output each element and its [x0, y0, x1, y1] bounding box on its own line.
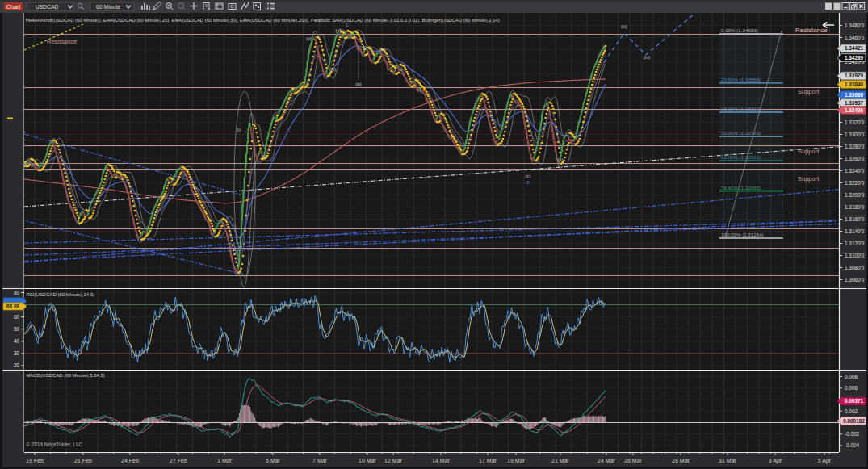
- svg-text:c: c: [230, 241, 233, 245]
- svg-text:1.3180'0: 1.3180'0: [845, 204, 865, 210]
- svg-text:(ii): (ii): [262, 154, 267, 159]
- svg-text:20: 20: [14, 362, 20, 368]
- svg-text:1.3140'0: 1.3140'0: [845, 228, 865, 234]
- svg-text:Y: Y: [234, 251, 237, 256]
- svg-text:28 Mar: 28 Mar: [672, 458, 690, 463]
- svg-text:1.33840: 1.33840: [845, 82, 864, 87]
- svg-text:1.3080'0: 1.3080'0: [845, 265, 865, 270]
- svg-text:(iii): (iii): [621, 24, 627, 29]
- svg-text:© 2019 NinjaTrader, LLC: © 2019 NinjaTrader, LLC: [27, 442, 83, 448]
- svg-text:Chart: Chart: [6, 3, 21, 10]
- svg-text:5 Apr: 5 Apr: [818, 458, 832, 464]
- svg-text:ii: ii: [235, 258, 237, 263]
- svg-text:21 Feb: 21 Feb: [74, 458, 92, 463]
- svg-text:(i): (i): [237, 128, 241, 132]
- svg-text:(a): (a): [355, 82, 361, 86]
- svg-text:(iv): (iv): [644, 55, 650, 60]
- svg-text:17 Mar: 17 Mar: [479, 458, 497, 463]
- svg-text:1.3240'0: 1.3240'0: [845, 168, 865, 174]
- svg-text:1.3460'0: 1.3460'0: [845, 35, 865, 40]
- svg-text:12 Mar: 12 Mar: [384, 458, 402, 463]
- svg-text:(iii): (iii): [306, 36, 312, 41]
- svg-text:0.00371: 0.00371: [845, 398, 864, 404]
- svg-text:0.008: 0.008: [845, 374, 858, 379]
- svg-text:1.3300'0: 1.3300'0: [845, 132, 865, 137]
- svg-text:1.33979: 1.33979: [845, 73, 864, 78]
- svg-text:7 Mar: 7 Mar: [312, 458, 328, 463]
- svg-text:27 Feb: 27 Feb: [170, 458, 187, 463]
- svg-text:1.3200'0: 1.3200'0: [845, 192, 865, 198]
- svg-text:Support: Support: [798, 175, 820, 182]
- svg-text:60: 60: [14, 314, 20, 320]
- svg-text:1.34421: 1.34421: [845, 45, 864, 51]
- svg-text:30: 30: [14, 350, 20, 356]
- svg-text:1.33537: 1.33537: [845, 100, 864, 106]
- svg-text:0.006: 0.006: [845, 385, 858, 391]
- svg-text:1.33436: 1.33436: [845, 107, 864, 113]
- svg-text:1.3100'0: 1.3100'0: [845, 253, 865, 258]
- svg-text:50: 50: [14, 326, 20, 332]
- svg-text:61.80% (1.32561): 61.80% (1.32561): [721, 154, 761, 160]
- svg-text:3 Apr: 3 Apr: [769, 458, 782, 464]
- svg-text:60 Minute: 60 Minute: [96, 4, 120, 10]
- svg-text:1.33666: 1.33666: [845, 92, 864, 98]
- svg-text:(iv): (iv): [329, 67, 336, 72]
- svg-text:0.002: 0.002: [845, 408, 858, 414]
- svg-text:1 Mar: 1 Mar: [217, 458, 233, 463]
- svg-text:24 Feb: 24 Feb: [121, 458, 139, 463]
- svg-text:Resistance: Resistance: [47, 38, 77, 45]
- svg-text:50.00% (1.32963): 50.00% (1.32963): [721, 130, 761, 136]
- svg-text:100.00% (1.31264): 100.00% (1.31264): [721, 232, 764, 237]
- svg-text:21 Mar: 21 Mar: [551, 458, 569, 463]
- svg-text:(x): (x): [558, 157, 564, 162]
- svg-text:1.3060'0: 1.3060'0: [845, 277, 865, 283]
- svg-text:Resistance: Resistance: [795, 27, 828, 34]
- svg-text:USDCAD: USDCAD: [36, 4, 59, 10]
- svg-text:0.000182: 0.000182: [843, 418, 865, 424]
- svg-text:1.3480'0: 1.3480'0: [845, 23, 865, 28]
- svg-text:(c): (c): [526, 174, 531, 178]
- svg-text:5 Mar: 5 Mar: [266, 458, 281, 463]
- svg-text:1.3320'0: 1.3320'0: [845, 119, 865, 125]
- svg-text:19 Mar: 19 Mar: [507, 458, 525, 463]
- svg-text:76.40% (1.32065): 76.40% (1.32065): [721, 185, 761, 191]
- svg-text:Support: Support: [798, 148, 820, 155]
- svg-text:26 Mar: 26 Mar: [624, 458, 642, 463]
- svg-text:(v): (v): [336, 28, 342, 33]
- svg-text:10 Mar: 10 Mar: [359, 458, 376, 463]
- svg-text:0.00% (1.34659): 0.00% (1.34659): [721, 27, 758, 33]
- svg-text:1.3280'0: 1.3280'0: [845, 144, 865, 149]
- svg-text:19 Feb: 19 Feb: [26, 458, 44, 463]
- svg-text:38.20% (1.33362): 38.20% (1.33362): [721, 106, 761, 111]
- svg-text:-0.004: -0.004: [845, 442, 860, 448]
- svg-text:1.34269: 1.34269: [845, 55, 864, 61]
- svg-text:24 Mar: 24 Mar: [598, 458, 615, 463]
- svg-text:-0.002: -0.002: [845, 431, 860, 437]
- svg-text:1.3160'0: 1.3160'0: [845, 216, 865, 222]
- svg-text:1.3260'0: 1.3260'0: [845, 156, 865, 161]
- svg-text:Support: Support: [798, 88, 820, 95]
- svg-text:40: 40: [14, 338, 20, 344]
- svg-text:14 Mar: 14 Mar: [432, 458, 450, 463]
- svg-text:23.60% (1.33858): 23.60% (1.33858): [721, 77, 761, 82]
- svg-text:HeikenAshi8(USDCAD (60 Minute): HeikenAshi8(USDCAD (60 Minute)), EMA(USD…: [26, 18, 500, 23]
- svg-text:31 Mar: 31 Mar: [719, 458, 736, 463]
- svg-text:1.3220'0: 1.3220'0: [845, 180, 865, 186]
- svg-text:MACD(USDCAD (60 Minute),5,34,5: MACD(USDCAD (60 Minute),5,34,5): [27, 373, 105, 378]
- svg-text:68.68: 68.68: [6, 304, 19, 309]
- svg-text:1.3120'0: 1.3120'0: [845, 241, 865, 246]
- svg-text:(b): (b): [379, 47, 385, 52]
- svg-text:80: 80: [14, 290, 20, 295]
- svg-text:RSI(USDCAD (60 Minute),14,3): RSI(USDCAD (60 Minute),14,3): [27, 292, 95, 297]
